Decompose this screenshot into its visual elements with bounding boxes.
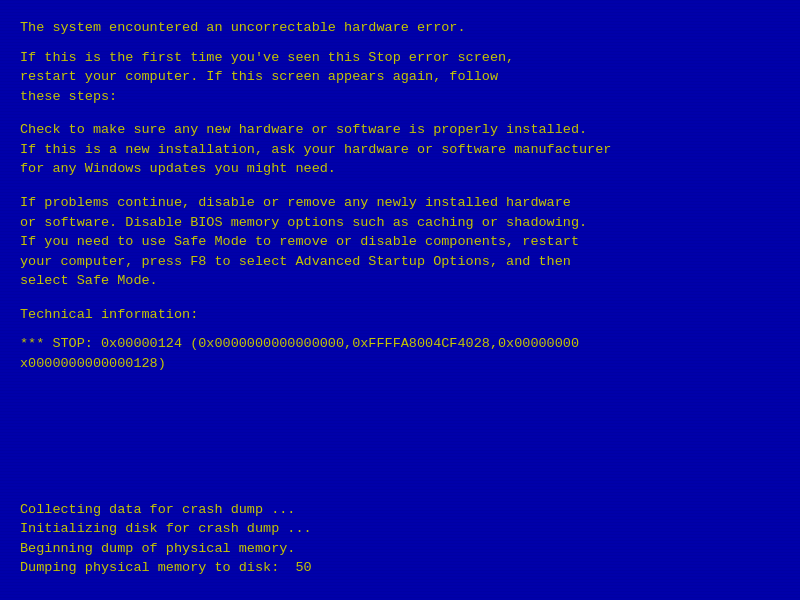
safe-mode-instructions: If problems continue, disable or remove … [20,193,780,291]
crash-dump-status: Collecting data for crash dump ... Initi… [20,500,780,578]
beginning-text: Beginning dump of physical memory. [20,539,780,559]
hardware-check: Check to make sure any new hardware or s… [20,120,780,179]
stop-code: *** STOP: 0x00000124 (0x0000000000000000… [20,334,780,373]
tech-info-header: Technical information: [20,305,780,325]
restart-instructions: If this is the first time you've seen th… [20,48,780,107]
dumping-text: Dumping physical memory to disk: 50 [20,558,780,578]
collecting-text: Collecting data for crash dump ... [20,500,780,520]
error-line1: The system encountered an uncorrectable … [20,18,780,38]
bsod-screen: The system encountered an uncorrectable … [0,0,800,600]
initializing-text: Initializing disk for crash dump ... [20,519,780,539]
